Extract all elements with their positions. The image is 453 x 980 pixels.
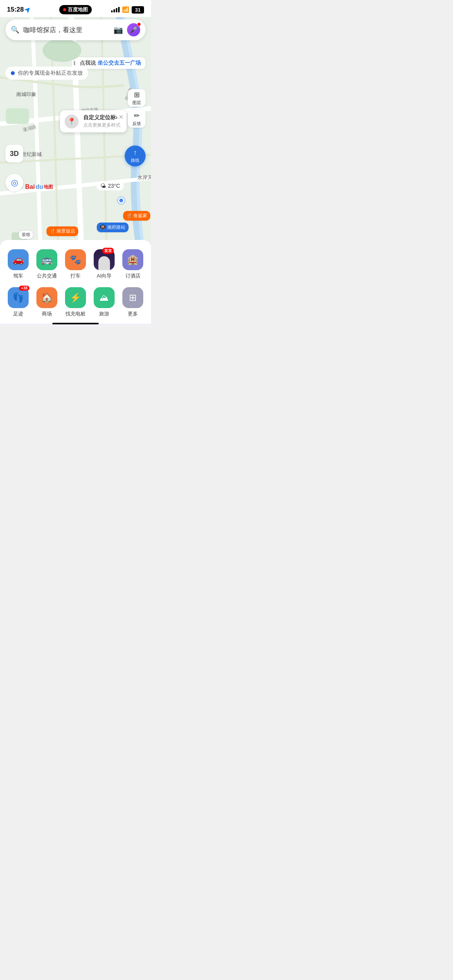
home-indicator [52, 323, 99, 324]
hint-action-text: 坐公交去五一广场 [98, 60, 141, 66]
poi-tea[interactable]: 茶馆 [19, 230, 33, 239]
more-icon: ⊞ [122, 287, 143, 308]
notification-text: 你的专属现金补贴正在发放 [18, 70, 83, 77]
my-location-button[interactable]: ◎ [5, 174, 23, 192]
tooltip-icon: 📍 [65, 115, 79, 128]
transit-label: 公共交通 [37, 272, 57, 279]
search-bar[interactable]: 🔍 咖啡馆探店，看这里 📷 🎤 [5, 19, 146, 40]
action-charging[interactable]: ⚡ 找充电桩 [61, 284, 90, 320]
search-icon: 🔍 [11, 26, 19, 34]
tooltip-content: 自定义定位标› 点击更换更多样式 [83, 114, 120, 128]
logo-dot [63, 8, 66, 11]
3d-button[interactable]: 3D [5, 145, 23, 163]
poi-nanjing[interactable]: 🍴南景饭店 [46, 226, 78, 236]
feedback-icon: ✏ [134, 111, 140, 120]
charging-label: 找充电桩 [65, 310, 86, 317]
3d-label: 3D [10, 150, 19, 158]
action-taxi[interactable]: 🐾 打车 [61, 246, 90, 283]
route-button[interactable]: ↑ 路线 [125, 146, 146, 166]
tooltip-sub: 点击更换更多样式 [83, 122, 120, 128]
svg-rect-2 [6, 108, 29, 124]
status-bar: 15:28 百度地图 📶 31 [0, 0, 151, 17]
current-location-dot [118, 197, 124, 204]
camera-button[interactable]: 📷 [113, 25, 123, 34]
footprint-label: 足迹 [13, 310, 23, 317]
travel-label: 旅游 [99, 310, 109, 317]
location-icon: ◎ [11, 178, 18, 188]
drive-label: 驾车 [13, 272, 23, 279]
voice-button[interactable]: 🎤 [127, 23, 140, 36]
hotel-label: 订酒店 [125, 272, 141, 279]
drive-icon: 🚗 [8, 249, 29, 270]
baidu-watermark: Bai du 地图 [25, 183, 53, 190]
footprint-badge: +38 [19, 286, 29, 291]
map-label-nancheng: 南城印象 [16, 91, 36, 98]
map-right-buttons: ⊞ 图层 ✏ 反馈 [128, 89, 146, 128]
map-label-waterbank: 水岸天际 [137, 174, 151, 181]
temperature-text: 23°C [108, 183, 120, 189]
mall-label: 商场 [42, 310, 52, 317]
charging-icon: ⚡ [65, 287, 86, 308]
voice-hint-bubble[interactable]: 点我说 坐公交去五一广场 [75, 57, 146, 69]
poi-xiangfu[interactable]: 🚇湘府路站 [97, 223, 129, 232]
microphone-icon: 🎤 [130, 26, 137, 34]
bottom-panel: 🚗 驾车 🚌 公共交通 🐾 打车 首发 AI向导 🏨 订酒店 +38 👣 [0, 240, 151, 327]
location-arrow-icon [24, 6, 32, 14]
action-mall[interactable]: 🏠 商场 [33, 284, 61, 320]
transit-icon: 🚌 [36, 249, 57, 270]
signal-icon [111, 7, 120, 12]
tooltip-close-button[interactable]: ✕ [118, 113, 124, 121]
voice-notif-dot [137, 22, 141, 26]
time-display: 15:28 [7, 6, 24, 14]
weather-badge: 🌤 23°C [96, 181, 124, 190]
status-icons: 📶 31 [111, 6, 144, 14]
hotel-icon: 🏨 [122, 249, 143, 270]
wifi-icon: 📶 [122, 6, 129, 13]
taxi-icon: 🐾 [65, 249, 86, 270]
mall-icon: 🏠 [36, 287, 57, 308]
layers-button[interactable]: ⊞ 图层 [128, 89, 146, 107]
action-more[interactable]: ⊞ 更多 [118, 284, 147, 320]
hint-prefix-text: 点我说 [80, 60, 96, 66]
route-arrow-icon: ↑ [134, 149, 137, 157]
layers-icon: ⊞ [134, 91, 140, 99]
ai-guide-label: AI向导 [97, 272, 112, 279]
more-label: 更多 [128, 310, 138, 317]
layers-label: 图层 [132, 100, 141, 106]
feedback-button[interactable]: ✏ 反馈 [128, 110, 146, 128]
tooltip-title: 自定义定位标› [83, 114, 120, 121]
action-ai-guide[interactable]: 首发 AI向导 [90, 246, 118, 283]
action-transit[interactable]: 🚌 公共交通 [33, 246, 61, 283]
poi-shijian[interactable]: 🍴食鉴家 [123, 211, 150, 221]
search-input[interactable]: 咖啡馆探店，看这里 [23, 26, 110, 34]
app-name: 百度地图 [68, 6, 88, 13]
action-drive[interactable]: 🚗 驾车 [4, 246, 33, 283]
action-hotel[interactable]: 🏨 订酒店 [118, 246, 147, 283]
feedback-label: 反馈 [132, 121, 141, 127]
route-label: 路线 [131, 158, 139, 163]
action-footprint[interactable]: +38 👣 足迹 [4, 284, 33, 320]
taxi-label: 打车 [70, 272, 81, 279]
app-logo: 百度地图 [59, 5, 92, 14]
notif-icon [11, 71, 15, 75]
battery-level: 31 [135, 7, 141, 13]
map-tooltip[interactable]: 📍 自定义定位标› 点击更换更多样式 ✕ [60, 110, 127, 132]
weather-icon: 🌤 [100, 183, 106, 189]
notification-bar[interactable]: 你的专属现金补贴正在发放 [5, 67, 88, 80]
ai-guide-badge: 首发 [102, 248, 114, 254]
travel-icon: ⛰ [94, 287, 115, 308]
action-travel[interactable]: ⛰ 旅游 [90, 284, 118, 320]
quick-actions-grid: 🚗 驾车 🚌 公共交通 🐾 打车 首发 AI向导 🏨 订酒店 +38 👣 [0, 240, 151, 324]
status-time: 15:28 [7, 6, 31, 14]
battery-icon: 31 [132, 6, 144, 14]
